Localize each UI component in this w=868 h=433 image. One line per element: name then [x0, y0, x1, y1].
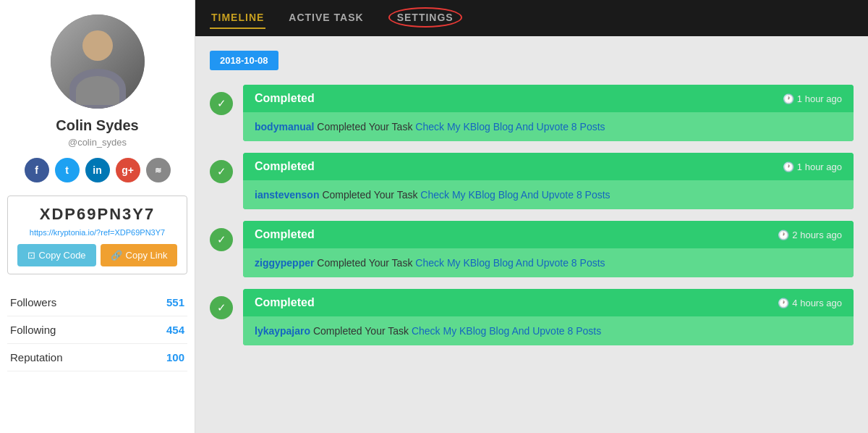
card-time: 🕐 2 hours ago	[778, 230, 842, 240]
card-user-link[interactable]: lykaypajaro	[255, 325, 310, 337]
tab-timeline[interactable]: TIMELINE	[210, 7, 265, 29]
copy-icon: ⊡	[27, 250, 35, 261]
card-body: lykaypajaro Completed Your Task Check My…	[243, 316, 854, 345]
clock-icon: 🕐	[783, 161, 794, 172]
card-time: 🕐 1 hour ago	[783, 161, 842, 172]
timeline-item: ✓ Completed 🕐 1 hour ago ianstevenson Co…	[210, 153, 854, 209]
card-task-link[interactable]: Check My KBlog Blog And Upvote 8 Posts	[412, 325, 601, 337]
tab-settings[interactable]: SETTINGS	[387, 7, 464, 29]
clock-icon: 🕐	[778, 298, 789, 308]
referral-box: XDP69PN3Y7 https://kryptonia.io/?ref=XDP…	[7, 196, 187, 274]
avatar	[51, 14, 145, 109]
copy-link-label: Copy Link	[126, 250, 168, 261]
card-task-link[interactable]: Check My KBlog Blog And Upvote 8 Posts	[415, 257, 605, 269]
twitter-icon[interactable]: t	[55, 158, 80, 182]
card-task-link[interactable]: Check My KBlog Blog And Upvote 8 Posts	[420, 189, 610, 201]
timeline-item: ✓ Completed 🕐 1 hour ago bodymanual Comp…	[210, 85, 854, 141]
card-body: ziggypepper Completed Your Task Check My…	[243, 248, 854, 277]
card-time: 🕐 1 hour ago	[783, 93, 842, 104]
card-status: Completed	[255, 160, 315, 173]
sidebar: Colin Sydes @colin_sydes f t in g+ ≋ XDP…	[0, 0, 195, 433]
copy-link-button[interactable]: 🔗 Copy Link	[101, 244, 178, 266]
timeline-dot: ✓	[210, 92, 233, 115]
referral-link[interactable]: https://kryptonia.io/?ref=XDP69PN3Y7	[15, 228, 179, 237]
facebook-icon[interactable]: f	[25, 158, 49, 182]
followers-label: Followers	[10, 296, 56, 308]
card-header: Completed 🕐 1 hour ago	[243, 85, 854, 112]
card-body: bodymanual Completed Your Task Check My …	[243, 112, 854, 141]
card-user-link[interactable]: bodymanual	[255, 121, 314, 133]
date-badge: 2018-10-08	[210, 51, 278, 70]
timeline-card: Completed 🕐 1 hour ago bodymanual Comple…	[243, 85, 854, 141]
copy-code-button[interactable]: ⊡ Copy Code	[17, 244, 96, 266]
card-body: ianstevenson Completed Your Task Check M…	[243, 180, 854, 209]
followers-value: 551	[166, 296, 184, 308]
reputation-label: Reputation	[10, 351, 63, 363]
clock-icon: 🕐	[783, 93, 794, 104]
card-status: Completed	[255, 228, 315, 241]
reputation-value: 100	[166, 351, 184, 363]
timeline-list: ✓ Completed 🕐 1 hour ago bodymanual Comp…	[210, 85, 854, 345]
tab-active-task[interactable]: ACTIVE TASK	[287, 7, 365, 29]
card-task-link[interactable]: Check My KBlog Blog And Upvote 8 Posts	[415, 121, 605, 133]
main-content: TIMELINE ACTIVE TASK SETTINGS 2018-10-08…	[195, 0, 868, 433]
copy-code-label: Copy Code	[39, 250, 86, 261]
card-status: Completed	[255, 92, 315, 105]
following-label: Following	[10, 324, 56, 336]
card-action-text: Completed Your Task	[317, 121, 415, 133]
following-value: 454	[166, 324, 184, 336]
referral-buttons: ⊡ Copy Code 🔗 Copy Link	[15, 244, 179, 266]
card-header: Completed 🕐 1 hour ago	[243, 153, 854, 180]
link-icon: 🔗	[111, 250, 122, 261]
timeline-card: Completed 🕐 2 hours ago ziggypepper Comp…	[243, 221, 854, 277]
card-user-link[interactable]: ziggypepper	[255, 257, 314, 269]
card-action-text: Completed Your Task	[317, 257, 415, 269]
social-icons-group: f t in g+ ≋	[25, 158, 171, 182]
card-header: Completed 🕐 2 hours ago	[243, 221, 854, 248]
card-action-text: Completed Your Task	[313, 325, 412, 337]
card-header: Completed 🕐 4 hours ago	[243, 289, 854, 316]
stat-following: Following 454	[7, 316, 187, 344]
timeline-dot: ✓	[210, 228, 233, 251]
timeline-item: ✓ Completed 🕐 4 hours ago lykaypajaro Co…	[210, 289, 854, 345]
linkedin-icon[interactable]: in	[85, 158, 110, 182]
timeline-item: ✓ Completed 🕐 2 hours ago ziggypepper Co…	[210, 221, 854, 277]
googleplus-icon[interactable]: g+	[116, 158, 140, 182]
card-time: 🕐 4 hours ago	[778, 298, 842, 308]
referral-code: XDP69PN3Y7	[15, 205, 179, 224]
card-action-text: Completed Your Task	[322, 189, 420, 201]
clock-icon: 🕐	[778, 230, 789, 240]
card-user-link[interactable]: ianstevenson	[255, 189, 319, 201]
timeline-content: 2018-10-08 ✓ Completed 🕐 1 hour ago body…	[195, 36, 868, 433]
settings-circled-label: SETTINGS	[388, 7, 462, 28]
tabs-bar: TIMELINE ACTIVE TASK SETTINGS	[195, 0, 868, 36]
user-name: Colin Sydes	[56, 117, 138, 134]
user-handle: @colin_sydes	[68, 137, 127, 148]
timeline-dot: ✓	[210, 296, 233, 319]
steemit-icon[interactable]: ≋	[146, 158, 171, 182]
timeline-card: Completed 🕐 1 hour ago ianstevenson Comp…	[243, 153, 854, 209]
stats-section: Followers 551 Following 454 Reputation 1…	[7, 289, 187, 371]
timeline-dot: ✓	[210, 160, 233, 183]
stat-reputation: Reputation 100	[7, 344, 187, 371]
stat-followers: Followers 551	[7, 289, 187, 316]
timeline-card: Completed 🕐 4 hours ago lykaypajaro Comp…	[243, 289, 854, 345]
card-status: Completed	[255, 296, 315, 309]
